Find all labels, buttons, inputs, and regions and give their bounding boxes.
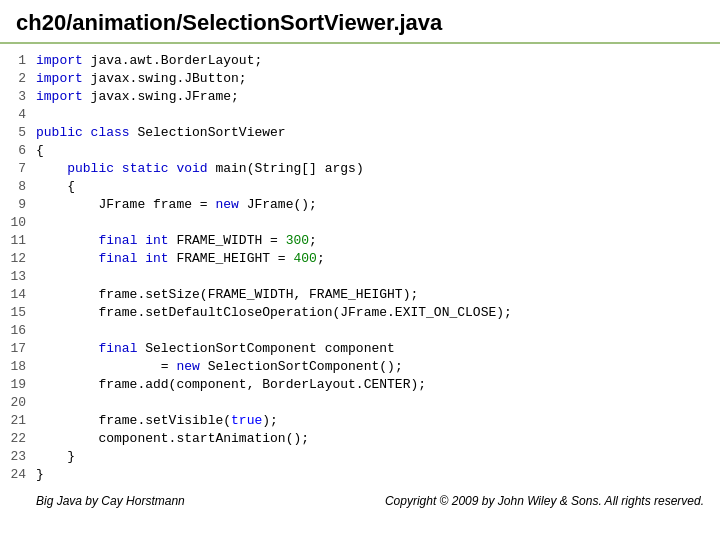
line-number: 13 [0,268,36,286]
code-text: final int FRAME_WIDTH = 300; [36,232,317,250]
line-number: 3 [0,88,36,106]
code-text: public static void main(String[] args) [36,160,364,178]
code-text: component.startAnimation(); [36,430,309,448]
code-text: import javax.swing.JFrame; [36,88,239,106]
code-text: } [36,466,44,484]
line-number: 11 [0,232,36,250]
code-text: { [36,142,44,160]
line-number: 4 [0,106,36,124]
line-number: 5 [0,124,36,142]
table-row: 24} [0,466,720,484]
table-row: 1import java.awt.BorderLayout; [0,52,720,70]
table-row: 15 frame.setDefaultCloseOperation(JFrame… [0,304,720,322]
table-row: 10 [0,214,720,232]
code-text: frame.setVisible(true); [36,412,278,430]
table-row: 4 [0,106,720,124]
code-text: final SelectionSortComponent component [36,340,395,358]
table-row: 11 final int FRAME_WIDTH = 300; [0,232,720,250]
code-text: = new SelectionSortComponent(); [36,358,403,376]
line-number: 16 [0,322,36,340]
table-row: 19 frame.add(component, BorderLayout.CEN… [0,376,720,394]
line-number: 23 [0,448,36,466]
line-number: 19 [0,376,36,394]
line-number: 18 [0,358,36,376]
table-row: 6{ [0,142,720,160]
code-text: public class SelectionSortViewer [36,124,286,142]
line-number: 17 [0,340,36,358]
line-number: 22 [0,430,36,448]
table-row: 16 [0,322,720,340]
table-row: 2import javax.swing.JButton; [0,70,720,88]
table-row: 9 JFrame frame = new JFrame(); [0,196,720,214]
line-number: 2 [0,70,36,88]
page-header: ch20/animation/SelectionSortViewer.java [0,0,720,44]
table-row: 7 public static void main(String[] args) [0,160,720,178]
line-number: 9 [0,196,36,214]
code-text: final int FRAME_HEIGHT = 400; [36,250,325,268]
code-text: frame.add(component, BorderLayout.CENTER… [36,376,426,394]
table-row: 13 [0,268,720,286]
table-row: 8 { [0,178,720,196]
line-number: 24 [0,466,36,484]
footer-right: Copyright © 2009 by John Wiley & Sons. A… [385,494,704,508]
line-number: 15 [0,304,36,322]
table-row: 18 = new SelectionSortComponent(); [0,358,720,376]
line-number: 6 [0,142,36,160]
code-text: } [36,448,75,466]
code-text: import java.awt.BorderLayout; [36,52,262,70]
table-row: 3import javax.swing.JFrame; [0,88,720,106]
code-text: import javax.swing.JButton; [36,70,247,88]
table-row: 23 } [0,448,720,466]
line-number: 7 [0,160,36,178]
page-title: ch20/animation/SelectionSortViewer.java [16,10,442,35]
code-text: frame.setDefaultCloseOperation(JFrame.EX… [36,304,512,322]
line-number: 8 [0,178,36,196]
line-number: 21 [0,412,36,430]
code-viewer: 1import java.awt.BorderLayout;2import ja… [0,44,720,492]
line-number: 1 [0,52,36,70]
code-text: { [36,178,75,196]
code-text: frame.setSize(FRAME_WIDTH, FRAME_HEIGHT)… [36,286,418,304]
table-row: 12 final int FRAME_HEIGHT = 400; [0,250,720,268]
table-row: 22 component.startAnimation(); [0,430,720,448]
table-row: 20 [0,394,720,412]
footer: Big Java by Cay HorstmannCopyright © 200… [0,492,720,508]
line-number: 10 [0,214,36,232]
table-row: 5public class SelectionSortViewer [0,124,720,142]
table-row: 14 frame.setSize(FRAME_WIDTH, FRAME_HEIG… [0,286,720,304]
table-row: 21 frame.setVisible(true); [0,412,720,430]
line-number: 14 [0,286,36,304]
code-text: JFrame frame = new JFrame(); [36,196,317,214]
table-row: 17 final SelectionSortComponent componen… [0,340,720,358]
line-number: 20 [0,394,36,412]
line-number: 12 [0,250,36,268]
footer-left: Big Java by Cay Horstmann [36,494,185,508]
